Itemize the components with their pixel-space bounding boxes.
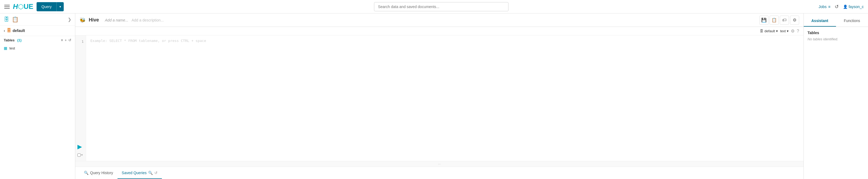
table-icon: ▦ — [4, 46, 7, 50]
back-arrow-icon: ‹ — [4, 29, 5, 33]
line-number-1: 1 — [75, 39, 86, 44]
hamburger-menu[interactable] — [4, 5, 10, 9]
run-query-button[interactable]: ▶ — [78, 143, 82, 150]
database-dropdown-arrow: ▾ — [776, 29, 778, 33]
jobs-icon: ≡ — [828, 5, 830, 9]
tables-count: (1) — [17, 38, 22, 42]
editor-name-input[interactable]: Add a name... — [105, 18, 128, 22]
database-dropdown[interactable]: 🗄 default ▾ — [760, 29, 778, 33]
refresh-tables-icon[interactable]: ↺ — [68, 38, 71, 42]
tab-query-history[interactable]: 🔍 Query History — [80, 167, 118, 179]
line-numbers: 1 — [75, 35, 86, 161]
assistant-tab-label: Assistant — [811, 19, 828, 23]
hive-bee-icon: 🐝 — [80, 17, 86, 23]
query-main-button[interactable]: Query — [37, 2, 57, 11]
copy-document-button[interactable]: 📋 — [770, 16, 779, 25]
editor-divider: ··· — [75, 161, 803, 167]
text-format-label: text — [780, 29, 786, 33]
database-dropdown-label: default — [765, 29, 775, 33]
editor-settings-button[interactable]: ⚙ — [790, 16, 799, 25]
user-icon: 👤 — [843, 5, 849, 9]
tables-header: Tables (1) ▾ + ↺ — [0, 36, 75, 44]
editor-body: 🗄 default ▾ text ▾ ⚙ ? 1 Example: SELECT… — [75, 27, 803, 179]
code-editor[interactable]: 1 Example: SELECT * FROM tablename, or p… — [75, 35, 803, 161]
documents-icon[interactable]: 📋 — [12, 16, 19, 23]
global-search-input[interactable] — [374, 2, 508, 11]
right-sidebar-tabs: Assistant Functions — [804, 13, 868, 27]
right-content: Tables No tables identified. — [804, 27, 868, 45]
right-sidebar: Assistant Functions Tables No tables ide… — [803, 13, 868, 179]
jobs-label: Jobs — [818, 5, 827, 9]
tables-label: Tables — [4, 38, 14, 42]
database-selector[interactable]: ‹ 🗄 default — [0, 26, 75, 36]
query-history-search-icon: 🔍 — [84, 171, 89, 175]
sidebar-toolbar: 🗄 📋 ❯ — [0, 13, 75, 26]
user-menu[interactable]: 👤 fayson_c — [843, 5, 864, 9]
editor-description-input[interactable]: Add a description... — [131, 18, 164, 22]
table-row[interactable]: ▦ test — [0, 44, 75, 52]
editor-header-actions: 💾 📋 🏷 ⚙ — [760, 16, 799, 25]
main-layout: 🗄 📋 ❯ ‹ 🗄 default Tables (1) ▾ + ↺ ▦ tes… — [0, 13, 868, 179]
table-name: test — [9, 46, 15, 50]
history-icon[interactable]: ↺ — [835, 4, 839, 10]
saved-queries-label: Saved Queries — [122, 171, 147, 175]
text-format-dropdown[interactable]: text ▾ — [780, 29, 789, 33]
tab-functions[interactable]: Functions — [836, 19, 868, 27]
tag-document-button[interactable]: 🏷 — [780, 16, 789, 25]
database-icon[interactable]: 🗄 — [4, 17, 9, 23]
query-history-label: Query History — [90, 171, 113, 175]
functions-tab-label: Functions — [844, 19, 860, 23]
database-name: default — [13, 29, 25, 33]
query-button-group: Query ▾ — [37, 2, 64, 11]
right-tables-title: Tables — [807, 31, 864, 35]
jobs-button[interactable]: Jobs ≡ — [818, 5, 830, 9]
hue-logo: H ⬡ UE — [13, 2, 33, 11]
query-dropdown-button[interactable]: ▾ — [57, 2, 64, 11]
left-sidebar: 🗄 📋 ❯ ‹ 🗄 default Tables (1) ▾ + ↺ ▦ tes… — [0, 13, 75, 179]
database-stack-icon-small: 🗄 — [760, 29, 764, 33]
right-no-tables-text: No tables identified. — [807, 37, 864, 41]
center-content: 🐝 Hive Add a name... Add a description..… — [75, 13, 803, 179]
editor-engine-name: Hive — [89, 17, 99, 23]
tables-actions: ▾ + ↺ — [61, 38, 71, 42]
saved-queries-refresh-icon[interactable]: ↺ — [154, 171, 158, 175]
sidebar-collapse-button[interactable]: ❯ — [68, 17, 71, 22]
toolbar-settings-icon[interactable]: ⚙ — [791, 29, 795, 34]
run-option-arrow: ▾ — [81, 153, 83, 157]
editor-header: 🐝 Hive Add a name... Add a description..… — [75, 13, 803, 27]
code-placeholder-text: Example: SELECT * FROM tablename, or pre… — [90, 39, 206, 43]
bottom-tabs: 🔍 Query History Saved Queries 🔍 ↺ — [75, 167, 803, 179]
toolbar-help-icon[interactable]: ? — [797, 29, 799, 34]
save-document-button[interactable]: 💾 — [760, 16, 769, 25]
add-table-icon[interactable]: + — [65, 38, 67, 42]
top-nav: H ⬡ UE Query ▾ Jobs ≡ ↺ 👤 fayson_c — [0, 0, 868, 13]
run-option-checkbox[interactable] — [78, 153, 81, 157]
divider-dots: ··· — [438, 162, 441, 166]
tab-assistant[interactable]: Assistant — [804, 19, 836, 27]
filter-icon[interactable]: ▾ — [61, 38, 63, 42]
editor-toolbar: 🗄 default ▾ text ▾ ⚙ ? — [75, 27, 803, 35]
tab-saved-queries[interactable]: Saved Queries 🔍 ↺ — [118, 167, 162, 179]
database-stack-icon: 🗄 — [7, 28, 11, 33]
saved-queries-search-icon: 🔍 — [148, 171, 153, 175]
text-dropdown-arrow: ▾ — [787, 29, 789, 33]
